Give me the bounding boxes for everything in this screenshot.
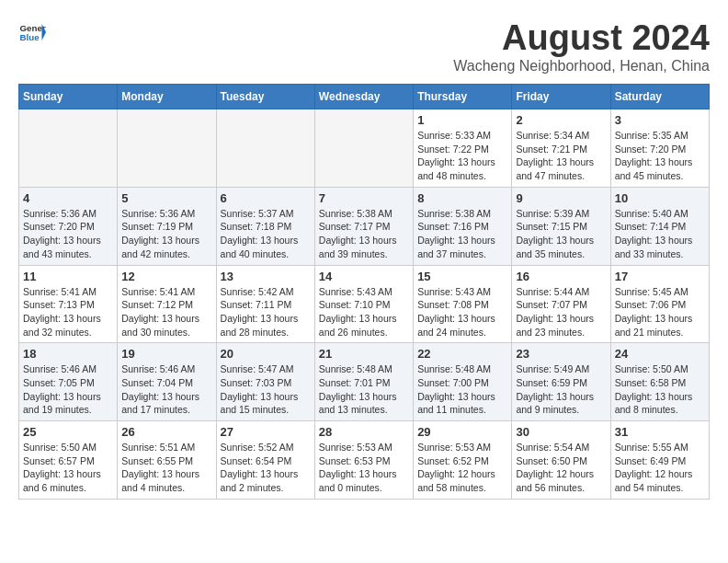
day-info: Sunrise: 5:51 AMSunset: 6:55 PMDaylight:…	[121, 441, 211, 495]
day-info: Sunrise: 5:54 AMSunset: 6:50 PMDaylight:…	[516, 441, 606, 495]
day-number: 14	[319, 270, 409, 283]
day-info: Sunrise: 5:53 AMSunset: 6:53 PMDaylight:…	[319, 441, 409, 495]
calendar-cell: 26Sunrise: 5:51 AMSunset: 6:55 PMDayligh…	[118, 421, 216, 500]
calendar: SundayMondayTuesdayWednesdayThursdayFrid…	[18, 84, 710, 500]
location: Wacheng Neighborhood, Henan, China	[453, 58, 710, 75]
day-info: Sunrise: 5:38 AMSunset: 7:16 PMDaylight:…	[417, 207, 507, 261]
day-info: Sunrise: 5:46 AMSunset: 7:04 PMDaylight:…	[121, 362, 211, 417]
calendar-cell: 3Sunrise: 5:35 AMSunset: 7:20 PMDaylight…	[610, 109, 709, 188]
day-info: Sunrise: 5:48 AMSunset: 7:00 PMDaylight:…	[417, 362, 507, 417]
month-year: August 2024	[453, 18, 710, 58]
day-number: 31	[615, 425, 705, 439]
day-info: Sunrise: 5:53 AMSunset: 6:52 PMDaylight:…	[417, 441, 507, 495]
calendar-week-row: 11Sunrise: 5:41 AMSunset: 7:13 PMDayligh…	[19, 265, 710, 343]
calendar-cell: 28Sunrise: 5:53 AMSunset: 6:53 PMDayligh…	[314, 421, 413, 500]
calendar-cell	[118, 109, 216, 188]
day-number: 12	[121, 270, 211, 283]
calendar-cell	[314, 109, 413, 188]
day-info: Sunrise: 5:36 AMSunset: 7:19 PMDaylight:…	[121, 207, 211, 261]
calendar-cell: 27Sunrise: 5:52 AMSunset: 6:54 PMDayligh…	[216, 421, 314, 500]
day-number: 8	[417, 191, 507, 205]
weekday-header: Saturday	[610, 85, 709, 109]
weekday-header: Thursday	[414, 85, 512, 109]
day-info: Sunrise: 5:45 AMSunset: 7:06 PMDaylight:…	[615, 285, 705, 339]
calendar-cell: 6Sunrise: 5:37 AMSunset: 7:18 PMDaylight…	[216, 187, 314, 265]
calendar-cell: 12Sunrise: 5:41 AMSunset: 7:12 PMDayligh…	[118, 265, 216, 343]
day-info: Sunrise: 5:36 AMSunset: 7:20 PMDaylight:…	[23, 207, 113, 261]
weekday-header: Wednesday	[314, 85, 413, 109]
calendar-cell: 9Sunrise: 5:39 AMSunset: 7:15 PMDaylight…	[512, 187, 610, 265]
day-info: Sunrise: 5:33 AMSunset: 7:22 PMDaylight:…	[417, 129, 507, 183]
weekday-header: Sunday	[19, 85, 118, 109]
day-number: 7	[319, 191, 409, 205]
header: General Blue August 2024 Wacheng Neighbo…	[18, 18, 710, 75]
day-info: Sunrise: 5:44 AMSunset: 7:07 PMDaylight:…	[516, 285, 606, 339]
day-number: 6	[221, 191, 311, 205]
calendar-cell: 23Sunrise: 5:49 AMSunset: 6:59 PMDayligh…	[512, 343, 610, 421]
day-info: Sunrise: 5:55 AMSunset: 6:49 PMDaylight:…	[615, 441, 705, 495]
calendar-week-row: 4Sunrise: 5:36 AMSunset: 7:20 PMDaylight…	[19, 187, 710, 265]
day-number: 27	[221, 425, 311, 439]
day-number: 20	[221, 347, 311, 361]
day-number: 3	[615, 113, 705, 127]
calendar-cell: 8Sunrise: 5:38 AMSunset: 7:16 PMDaylight…	[414, 187, 512, 265]
weekday-header-row: SundayMondayTuesdayWednesdayThursdayFrid…	[19, 85, 710, 109]
weekday-header: Friday	[512, 85, 610, 109]
day-info: Sunrise: 5:41 AMSunset: 7:13 PMDaylight:…	[23, 285, 113, 339]
day-info: Sunrise: 5:43 AMSunset: 7:08 PMDaylight:…	[417, 285, 507, 339]
day-number: 9	[516, 191, 606, 205]
svg-text:Blue: Blue	[20, 32, 40, 42]
day-info: Sunrise: 5:39 AMSunset: 7:15 PMDaylight:…	[516, 207, 606, 261]
day-number: 16	[516, 270, 606, 283]
day-number: 24	[615, 347, 705, 361]
day-info: Sunrise: 5:35 AMSunset: 7:20 PMDaylight:…	[615, 129, 705, 183]
calendar-cell: 24Sunrise: 5:50 AMSunset: 6:58 PMDayligh…	[610, 343, 709, 421]
day-info: Sunrise: 5:50 AMSunset: 6:58 PMDaylight:…	[615, 362, 705, 417]
weekday-header: Monday	[118, 85, 216, 109]
day-info: Sunrise: 5:46 AMSunset: 7:05 PMDaylight:…	[23, 362, 113, 417]
day-info: Sunrise: 5:48 AMSunset: 7:01 PMDaylight:…	[319, 362, 409, 417]
calendar-cell: 11Sunrise: 5:41 AMSunset: 7:13 PMDayligh…	[19, 265, 118, 343]
day-number: 4	[23, 191, 113, 205]
calendar-week-row: 1Sunrise: 5:33 AMSunset: 7:22 PMDaylight…	[19, 109, 710, 188]
day-number: 28	[319, 425, 409, 439]
day-number: 30	[516, 425, 606, 439]
day-info: Sunrise: 5:38 AMSunset: 7:17 PMDaylight:…	[319, 207, 409, 261]
calendar-cell: 14Sunrise: 5:43 AMSunset: 7:10 PMDayligh…	[314, 265, 413, 343]
calendar-cell: 10Sunrise: 5:40 AMSunset: 7:14 PMDayligh…	[610, 187, 709, 265]
logo: General Blue	[18, 18, 46, 46]
calendar-cell: 7Sunrise: 5:38 AMSunset: 7:17 PMDaylight…	[314, 187, 413, 265]
day-info: Sunrise: 5:34 AMSunset: 7:21 PMDaylight:…	[516, 129, 606, 183]
calendar-cell	[216, 109, 314, 188]
calendar-cell: 13Sunrise: 5:42 AMSunset: 7:11 PMDayligh…	[216, 265, 314, 343]
calendar-cell: 15Sunrise: 5:43 AMSunset: 7:08 PMDayligh…	[414, 265, 512, 343]
day-number: 17	[615, 270, 705, 283]
calendar-cell: 19Sunrise: 5:46 AMSunset: 7:04 PMDayligh…	[118, 343, 216, 421]
day-number: 2	[516, 113, 606, 127]
day-info: Sunrise: 5:40 AMSunset: 7:14 PMDaylight:…	[615, 207, 705, 261]
calendar-cell: 16Sunrise: 5:44 AMSunset: 7:07 PMDayligh…	[512, 265, 610, 343]
calendar-cell: 1Sunrise: 5:33 AMSunset: 7:22 PMDaylight…	[414, 109, 512, 188]
day-number: 25	[23, 425, 113, 439]
day-number: 29	[417, 425, 507, 439]
calendar-cell: 31Sunrise: 5:55 AMSunset: 6:49 PMDayligh…	[610, 421, 709, 500]
day-info: Sunrise: 5:37 AMSunset: 7:18 PMDaylight:…	[221, 207, 311, 261]
day-number: 5	[121, 191, 211, 205]
calendar-cell: 22Sunrise: 5:48 AMSunset: 7:00 PMDayligh…	[414, 343, 512, 421]
calendar-cell: 20Sunrise: 5:47 AMSunset: 7:03 PMDayligh…	[216, 343, 314, 421]
title-area: August 2024 Wacheng Neighborhood, Henan,…	[453, 18, 710, 75]
day-number: 13	[221, 270, 311, 283]
day-info: Sunrise: 5:43 AMSunset: 7:10 PMDaylight:…	[319, 285, 409, 339]
day-number: 18	[23, 347, 113, 361]
day-info: Sunrise: 5:52 AMSunset: 6:54 PMDaylight:…	[221, 441, 311, 495]
calendar-week-row: 18Sunrise: 5:46 AMSunset: 7:05 PMDayligh…	[19, 343, 710, 421]
calendar-cell: 18Sunrise: 5:46 AMSunset: 7:05 PMDayligh…	[19, 343, 118, 421]
day-number: 15	[417, 270, 507, 283]
day-number: 23	[516, 347, 606, 361]
calendar-cell: 2Sunrise: 5:34 AMSunset: 7:21 PMDaylight…	[512, 109, 610, 188]
day-number: 11	[23, 270, 113, 283]
day-number: 10	[615, 191, 705, 205]
day-info: Sunrise: 5:47 AMSunset: 7:03 PMDaylight:…	[221, 362, 311, 417]
calendar-cell	[19, 109, 118, 188]
calendar-cell: 4Sunrise: 5:36 AMSunset: 7:20 PMDaylight…	[19, 187, 118, 265]
